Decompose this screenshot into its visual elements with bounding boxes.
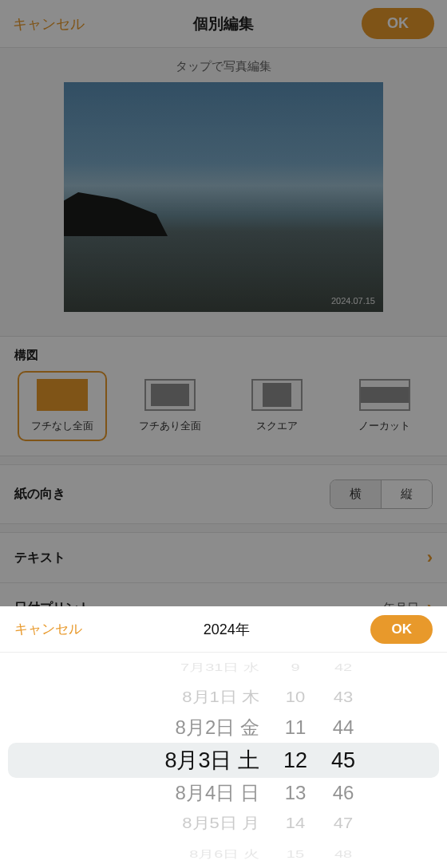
date-picker-sheet: キャンセル 2024年 OK 7月31日 水 8月1日 木 8月2日 金 8月3…	[0, 606, 447, 868]
text-row[interactable]: テキスト ›	[0, 532, 447, 582]
layout-border-full[interactable]: フチあり全面	[125, 371, 215, 441]
picker-header: キャンセル 2024年 OK	[0, 606, 447, 653]
photo-date-stamp: 2024.07.15	[331, 296, 375, 306]
layout-label: フチなし全面	[31, 419, 93, 433]
ok-button[interactable]: OK	[362, 8, 434, 39]
text-label: テキスト	[14, 550, 65, 566]
picker-wheels[interactable]: 7月31日 水 8月1日 木 8月2日 金 8月3日 土 8月4日 日 8月5日…	[0, 653, 447, 868]
layout-square[interactable]: スクエア	[232, 371, 322, 441]
picker-ok-button[interactable]: OK	[370, 615, 433, 644]
orientation-horizontal[interactable]: 横	[330, 480, 381, 508]
picker-selected-minute: 45	[331, 743, 355, 778]
orientation-segment: 横 縦	[330, 479, 433, 509]
picker-minute-column[interactable]: 42 43 44 45 46 47 48	[331, 653, 355, 868]
picker-cancel-button[interactable]: キャンセル	[14, 620, 82, 638]
composition-label: 構図	[0, 337, 447, 371]
app-header: キャンセル 個別編集 OK	[0, 0, 447, 48]
photo-preview[interactable]: 2024.07.15	[64, 82, 383, 312]
picker-selected-date: 8月3日 土	[164, 743, 259, 778]
layout-label: フチあり全面	[139, 419, 201, 433]
orientation-vertical[interactable]: 縦	[381, 480, 432, 508]
photo-container: 2024.07.15	[0, 82, 447, 336]
picker-title: 2024年	[204, 620, 250, 639]
picker-selected-hour: 12	[283, 743, 307, 778]
picker-hour-column[interactable]: 9 10 11 12 13 14 15	[283, 653, 307, 868]
picker-date-column[interactable]: 7月31日 水 8月1日 木 8月2日 金 8月3日 土 8月4日 日 8月5日…	[92, 653, 259, 868]
orientation-label: 紙の向き	[14, 486, 65, 503]
photo-edit-hint: タップで写真編集	[0, 48, 447, 82]
composition-section: 構図 フチなし全面 フチあり全面 スクエア ノーカット	[0, 336, 447, 456]
orientation-row: 紙の向き 横 縦	[0, 464, 447, 524]
cancel-button[interactable]: キャンセル	[13, 14, 85, 34]
layout-borderless-full[interactable]: フチなし全面	[18, 371, 107, 441]
composition-options: フチなし全面 フチあり全面 スクエア ノーカット	[0, 371, 447, 456]
page-title: 個別編集	[193, 14, 254, 34]
layout-label: ノーカット	[358, 419, 410, 433]
chevron-right-icon: ›	[427, 547, 433, 568]
layout-label: スクエア	[256, 419, 298, 433]
layout-nocut[interactable]: ノーカット	[340, 371, 429, 441]
